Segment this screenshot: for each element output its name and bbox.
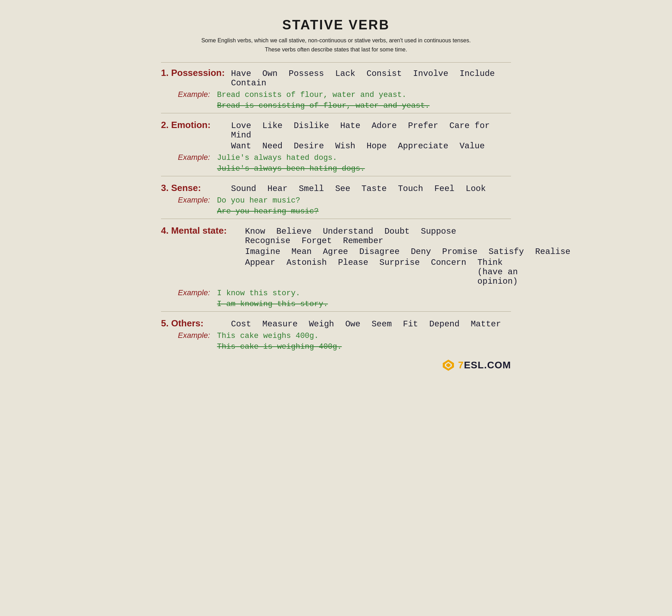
verb-item: Have xyxy=(231,69,251,78)
verb-item: Touch xyxy=(398,184,423,193)
verb-item: Desire xyxy=(294,141,324,151)
section-mental-state: 4. Mental state:KnowBelieveUnderstandDou… xyxy=(161,225,511,312)
page: STATIVE VERB Some English verbs, which w… xyxy=(147,7,525,386)
verb-item: Love xyxy=(231,121,251,130)
verb-item: See xyxy=(335,184,350,193)
section-others: 5. Others:CostMeasureWeighOweSeemFitDepe… xyxy=(161,318,511,351)
section-emotion: 2. Emotion:LoveLikeDislikeHateAdorePrefe… xyxy=(161,120,511,176)
verb-item: Recognise xyxy=(245,236,290,246)
verb-item: Seem xyxy=(372,319,392,329)
example-correct-others: This cake weighs 400g. xyxy=(217,332,318,340)
logo-icon xyxy=(441,358,455,372)
verbs-row-2-mental-state: AppearAstonishPleaseSurpriseConcernThink… xyxy=(245,258,511,286)
verb-item: Care for xyxy=(449,121,490,130)
section-label-others: 5. Others: xyxy=(161,318,231,329)
section-header-others: 5. Others:CostMeasureWeighOweSeemFitDepe… xyxy=(161,318,511,329)
verb-item: Consist xyxy=(366,69,402,78)
sections-container: 1. Possession:HaveOwnPossessLackConsistI… xyxy=(161,68,511,351)
verb-item: Matter xyxy=(471,319,501,329)
section-header-emotion: 2. Emotion:LoveLikeDislikeHateAdorePrefe… xyxy=(161,120,511,140)
example-row-0-possession: Example:Bread consists of flour, water a… xyxy=(161,90,511,99)
section-header-mental-state: 4. Mental state:KnowBelieveUnderstandDou… xyxy=(161,225,511,246)
verb-item: Prefer xyxy=(408,121,438,130)
verb-item: Include xyxy=(460,69,495,78)
section-label-possession: 1. Possession: xyxy=(161,68,231,78)
verb-item: Look xyxy=(466,184,486,193)
divider-mental-state xyxy=(161,311,511,312)
verb-item: Know xyxy=(245,227,265,236)
verb-item: Cost xyxy=(231,319,251,329)
verb-item: Taste xyxy=(362,184,387,193)
verb-item: Disagree xyxy=(359,247,399,256)
verb-item: Surprise xyxy=(379,258,420,267)
verb-item: Possess xyxy=(289,69,324,78)
verb-item: Adore xyxy=(372,121,397,130)
verb-item: Involve xyxy=(413,69,448,78)
verb-item: Please xyxy=(338,258,368,267)
example-row-0-sense: Example:Do you hear music? xyxy=(161,196,511,205)
example-label-sense: Example: xyxy=(161,196,217,205)
verb-item: Feel xyxy=(434,184,455,193)
verb-item: Realise xyxy=(535,247,570,256)
verbs-row-0-possession: HaveOwnPossessLackConsistInvolveIncludeC… xyxy=(231,69,511,88)
divider-top xyxy=(161,62,511,63)
example-label-others: Example: xyxy=(161,331,217,340)
verbs-row-0-mental-state: KnowBelieveUnderstandDoubtSupposeRecogni… xyxy=(245,227,511,246)
example-row-0-mental-state: Example:I know this story. xyxy=(161,288,511,298)
example-row-0-emotion: Example:Julie's always hated dogs. xyxy=(161,153,511,162)
verb-item: Want xyxy=(231,141,251,151)
verb-item: Smell xyxy=(299,184,324,193)
verbs-row-0-others: CostMeasureWeighOweSeemFitDependMatter xyxy=(231,319,501,329)
example-correct-possession: Bread consists of flour, water and yeast… xyxy=(217,91,406,99)
logo-text: 7ESL.COM xyxy=(458,360,511,371)
divider-possession xyxy=(161,113,511,113)
verb-item: Think (have an opinion) xyxy=(477,258,518,286)
verb-item: Dislike xyxy=(294,121,329,130)
example-row-1-possession: Bread is consisting of flour, water and … xyxy=(161,101,511,110)
example-label-emotion: Example: xyxy=(161,153,217,162)
verb-item: Fit xyxy=(403,319,418,329)
verb-item: Like xyxy=(262,121,283,130)
verb-item: Sound xyxy=(231,184,256,193)
example-label-mental-state: Example: xyxy=(161,288,217,297)
example-wrong-sense: Are you hearing music? xyxy=(217,207,318,216)
verb-item: Hate xyxy=(340,121,360,130)
section-label-sense: 3. Sense: xyxy=(161,183,231,193)
verbs-row-1-emotion: WantNeedDesireWishHopeAppreciateValue xyxy=(231,141,511,151)
verb-item: Owe xyxy=(345,319,360,329)
example-correct-emotion: Julie's always hated dogs. xyxy=(217,154,337,162)
verb-item: Satisfy xyxy=(489,247,524,256)
section-sense: 3. Sense:SoundHearSmellSeeTasteTouchFeel… xyxy=(161,183,511,219)
verbs-row-0-sense: SoundHearSmellSeeTasteTouchFeelLook xyxy=(231,184,486,193)
verb-item: Depend xyxy=(429,319,460,329)
verbs-row-1-mental-state: ImagineMeanAgreeDisagreeDenyPromiseSatis… xyxy=(245,247,511,256)
example-correct-sense: Do you hear music? xyxy=(217,196,300,205)
example-row-1-others: This cake is weighing 400g. xyxy=(161,342,511,351)
verb-item: Deny xyxy=(411,247,431,256)
subtitle: Some English verbs, which we call stativ… xyxy=(161,36,511,54)
example-label-possession: Example: xyxy=(161,90,217,99)
example-row-1-sense: Are you hearing music? xyxy=(161,207,511,216)
verb-item: Value xyxy=(460,141,485,151)
example-row-1-mental-state: I am knowing this story. xyxy=(161,300,511,309)
example-row-0-others: Example:This cake weighs 400g. xyxy=(161,331,511,340)
subtitle-line2: These verbs often describe states that l… xyxy=(161,45,511,54)
section-label-mental-state: 4. Mental state: xyxy=(161,225,245,236)
example-wrong-others: This cake is weighing 400g. xyxy=(217,342,342,351)
page-title: STATIVE VERB xyxy=(161,17,511,33)
example-correct-mental-state: I know this story. xyxy=(217,289,300,298)
logo-area: 7ESL.COM xyxy=(161,358,511,372)
verb-item: Measure xyxy=(262,319,298,329)
example-wrong-mental-state: I am knowing this story. xyxy=(217,300,328,309)
verb-item: Suppose xyxy=(421,227,456,236)
verb-item: Remember xyxy=(343,236,383,246)
section-header-sense: 3. Sense:SoundHearSmellSeeTasteTouchFeel… xyxy=(161,183,511,193)
verb-item: Astonish xyxy=(286,258,327,267)
verb-item: Own xyxy=(262,69,278,78)
verb-item: Appreciate xyxy=(398,141,448,151)
verb-item: Weigh xyxy=(309,319,334,329)
verb-item: Mean xyxy=(292,247,312,256)
verb-item: Lack xyxy=(335,69,356,78)
verb-item: Understand xyxy=(323,227,373,236)
section-possession: 1. Possession:HaveOwnPossessLackConsistI… xyxy=(161,68,511,113)
